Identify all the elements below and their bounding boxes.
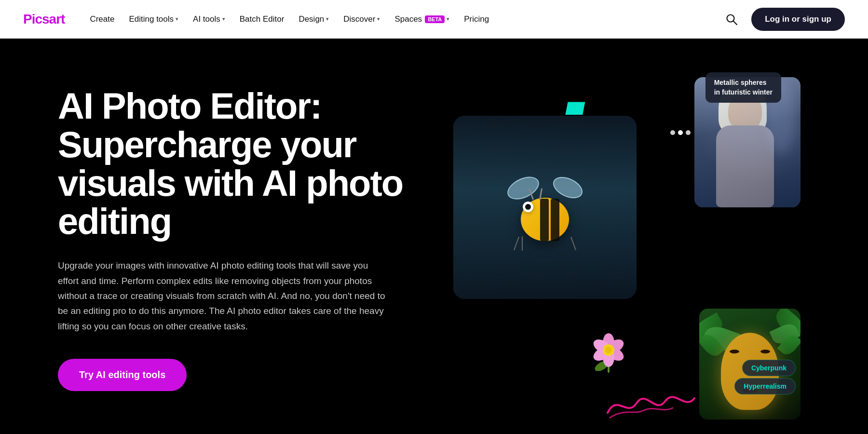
beta-badge: BETA: [425, 15, 445, 23]
logo-text: Picsart: [23, 12, 65, 27]
cta-button[interactable]: Try AI editing tools: [58, 359, 187, 391]
hero-description: Upgrade your images with innovative AI p…: [58, 258, 386, 334]
nav-item-pricing[interactable]: Pricing: [458, 11, 495, 28]
nav-link-editing-tools[interactable]: Editing tools ▾: [123, 11, 184, 28]
tag-hyperrealism: Hyperrealism: [734, 378, 796, 394]
flower-decoration: [588, 328, 629, 376]
logo[interactable]: Picsart: [23, 12, 65, 27]
hero-visuals: ai: [453, 77, 810, 434]
nav-item-create[interactable]: Create: [84, 11, 120, 28]
chevron-down-icon: ▾: [222, 16, 225, 22]
nav-link-design[interactable]: Design ▾: [293, 11, 335, 28]
chevron-down-icon: ▾: [176, 16, 178, 22]
nav-link-discover[interactable]: Discover ▾: [338, 11, 386, 28]
hero-section: AI Photo Editor: Supercharge your visual…: [0, 39, 868, 434]
navbar-left: Picsart Create Editing tools ▾ AI tools …: [23, 11, 495, 28]
chevron-down-icon: ▾: [377, 16, 380, 22]
svg-point-11: [605, 347, 612, 353]
nav-item-discover[interactable]: Discover ▾: [338, 11, 386, 28]
nav-item-design[interactable]: Design ▾: [293, 11, 335, 28]
chevron-down-icon: ▾: [326, 16, 329, 22]
hero-content: AI Photo Editor: Supercharge your visual…: [58, 77, 434, 391]
nav-link-batch-editor[interactable]: Batch Editor: [234, 11, 290, 28]
nav-link-pricing[interactable]: Pricing: [458, 11, 495, 28]
nav-item-batch-editor[interactable]: Batch Editor: [234, 11, 290, 28]
svg-line-1: [733, 21, 737, 25]
navbar-right: Log in or sign up: [721, 8, 845, 31]
nav-item-editing-tools[interactable]: Editing tools ▾: [123, 11, 184, 28]
hero-title: AI Photo Editor: Supercharge your visual…: [58, 87, 434, 241]
connector-dots: [670, 130, 691, 135]
login-button[interactable]: Log in or sign up: [751, 8, 845, 31]
search-icon: [725, 13, 738, 26]
connector-dot: [670, 130, 675, 135]
connector-dot: [678, 130, 683, 135]
nav-link-spaces[interactable]: Spaces BETA ▾: [389, 11, 455, 28]
nav-links: Create Editing tools ▾ AI tools ▾ Batch …: [84, 11, 495, 28]
nav-link-create[interactable]: Create: [84, 11, 120, 28]
nav-link-ai-tools[interactable]: AI tools ▾: [187, 11, 231, 28]
connector-dot: [686, 130, 691, 135]
signature-decoration: [603, 384, 699, 424]
tooltip-metallic: Metallic spheres in futuristic winter: [705, 72, 781, 103]
bee-card: [453, 116, 637, 299]
signature-icon: [603, 384, 699, 422]
chevron-down-icon: ▾: [447, 16, 449, 22]
search-button[interactable]: [721, 9, 742, 29]
nav-item-ai-tools[interactable]: AI tools ▾: [187, 11, 231, 28]
bee-visual: [453, 116, 637, 299]
nav-item-spaces[interactable]: Spaces BETA ▾: [389, 11, 455, 28]
tag-cyberpunk: Cyberpunk: [742, 360, 796, 376]
flower-icon: [588, 328, 629, 374]
navbar: Picsart Create Editing tools ▾ AI tools …: [0, 0, 868, 39]
